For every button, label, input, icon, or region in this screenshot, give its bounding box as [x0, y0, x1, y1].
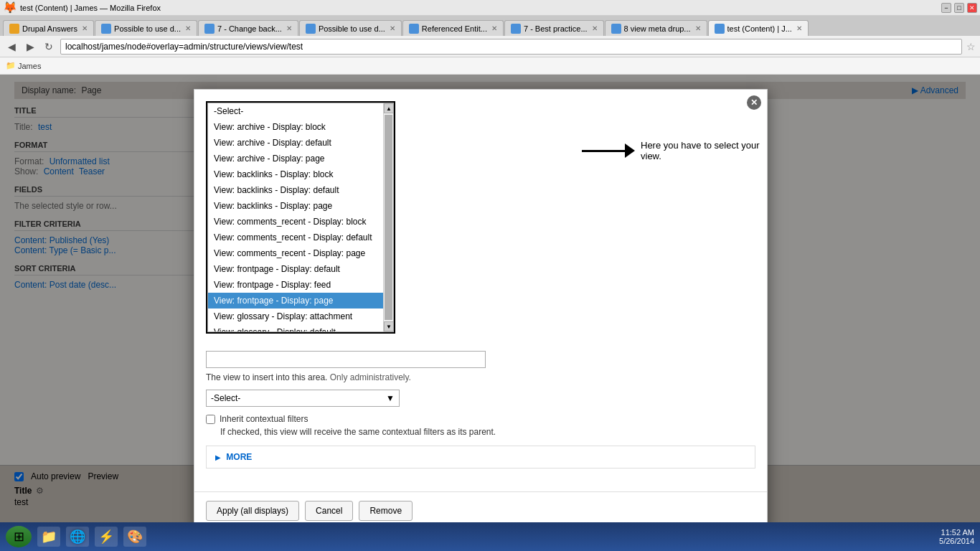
- dropdown-container: ▲ ▼ -Select- View: archive - Display: bl…: [206, 101, 395, 334]
- start-button[interactable]: ⊞: [6, 526, 32, 547]
- title-bar: 🦊 test (Content) | James — Mozilla Firef…: [0, 0, 980, 16]
- contextual-desc: If checked, this view will receive the s…: [220, 427, 755, 437]
- tab-possible1[interactable]: Possible to use d... ✕: [95, 20, 197, 36]
- dropdown-item-3[interactable]: View: archive - Display: page: [208, 151, 383, 166]
- scrollbar: ▲ ▼: [383, 103, 393, 331]
- tab-close-icon[interactable]: ✕: [796, 24, 802, 32]
- more-arrow-icon: ▶: [215, 453, 221, 461]
- second-select-input[interactable]: [206, 351, 486, 368]
- more-label[interactable]: MORE: [226, 452, 252, 462]
- dropdown-item-14[interactable]: View: glossary - Display: default: [208, 324, 383, 332]
- tab-label: test (Content) | J...: [727, 24, 792, 33]
- dropdown-items: -Select- View: archive - Display: block …: [208, 103, 393, 332]
- checkbox-row: Inherit contextual filters: [206, 414, 755, 424]
- view-insert-label: The view to insert into this area. Only …: [206, 372, 755, 382]
- taskbar-filezilla[interactable]: ⚡: [95, 527, 118, 547]
- tab-favicon: [511, 24, 521, 34]
- tab-drupal-answers[interactable]: Drupal Answers ✕: [3, 20, 94, 36]
- bookmark-star-icon[interactable]: ☆: [966, 41, 976, 52]
- dropdown-item-8[interactable]: View: comments_recent - Display: default: [208, 230, 383, 245]
- dialog-close-button[interactable]: ✕: [747, 95, 761, 110]
- folder-icon: 📁: [6, 61, 16, 70]
- address-bar[interactable]: [60, 39, 962, 55]
- tab-label: 7 - Best practice...: [524, 24, 588, 33]
- tab-referenced[interactable]: Referenced Entit... ✕: [402, 20, 504, 36]
- close-icon[interactable]: ✕: [747, 95, 761, 110]
- scrollbar-up-button[interactable]: ▲: [384, 103, 394, 113]
- dropdown-item-4[interactable]: View: backlinks - Display: block: [208, 166, 383, 182]
- minimize-button[interactable]: −: [941, 3, 951, 13]
- dialog-body: ▲ ▼ -Select- View: archive - Display: bl…: [194, 90, 767, 491]
- dropdown-item-10[interactable]: View: frontpage - Display: default: [208, 261, 383, 277]
- taskbar: ⊞ 📁 🌐 ⚡ 🎨 11:52 AM 5/26/2014: [0, 522, 980, 551]
- forward-button[interactable]: ▶: [23, 39, 37, 54]
- main-dialog: ✕ ▲ ▼ -Select- View: archive -: [194, 89, 768, 530]
- dropdown-list: ▲ ▼ -Select- View: archive - Display: bl…: [207, 103, 394, 332]
- tab-close-icon[interactable]: ✕: [592, 24, 598, 32]
- window-title: test (Content) | James — Mozilla Firefox: [20, 4, 161, 12]
- annotation: Here you have to select your view.: [582, 140, 767, 161]
- tab-change-back[interactable]: 7 - Change back... ✕: [198, 20, 298, 36]
- tab-label: Drupal Answers: [22, 24, 77, 33]
- tab-close-icon[interactable]: ✕: [390, 24, 395, 32]
- tab-favicon: [715, 24, 725, 34]
- dropdown-item-2[interactable]: View: archive - Display: default: [208, 135, 383, 151]
- tab-close-icon[interactable]: ✕: [185, 24, 191, 32]
- tab-label: Possible to use d...: [114, 24, 181, 33]
- back-button[interactable]: ◀: [4, 39, 19, 54]
- tab-favicon: [409, 24, 419, 34]
- dropdown-item-6[interactable]: View: backlinks - Display: page: [208, 198, 383, 214]
- checkbox-label: Inherit contextual filters: [220, 414, 308, 424]
- scrollbar-down-button[interactable]: ▼: [384, 321, 394, 331]
- tab-close-icon[interactable]: ✕: [695, 24, 701, 32]
- title-bar-left: 🦊 test (Content) | James — Mozilla Firef…: [3, 1, 161, 14]
- bookmark-james[interactable]: 📁 James: [6, 61, 41, 70]
- cancel-button[interactable]: Cancel: [305, 501, 353, 521]
- dropdown-wrapper: ▲ ▼ -Select- View: archive - Display: bl…: [207, 103, 394, 332]
- tab-close-icon[interactable]: ✕: [491, 24, 497, 32]
- inherit-filters-checkbox[interactable]: [206, 415, 215, 424]
- close-button[interactable]: ✕: [967, 3, 977, 13]
- tab-close-icon[interactable]: ✕: [82, 24, 88, 32]
- dropdown-item-13[interactable]: View: glossary - Display: attachment: [208, 309, 383, 324]
- second-dropdown[interactable]: -Select- ▼: [206, 390, 400, 407]
- tab-test-content[interactable]: test (Content) | J... ✕: [708, 20, 809, 36]
- tab-close-icon[interactable]: ✕: [286, 24, 292, 32]
- remove-button[interactable]: Remove: [359, 501, 413, 521]
- tab-label: Referenced Entit...: [422, 24, 487, 33]
- tab-favicon: [611, 24, 621, 34]
- tab-possible2[interactable]: Possible to use d... ✕: [299, 20, 402, 36]
- dropdown-item-12-selected[interactable]: View: frontpage - Display: page: [208, 293, 383, 309]
- second-select-area: The view to insert into this area. Only …: [206, 351, 755, 382]
- dropdown-item-5[interactable]: View: backlinks - Display: default: [208, 182, 383, 198]
- second-dropdown-value: -Select-: [211, 393, 240, 403]
- more-section: ▶ MORE: [206, 446, 755, 468]
- tab-best-practice[interactable]: 7 - Best practice... ✕: [504, 20, 604, 36]
- tab-label: 8 view meta drup...: [624, 24, 691, 33]
- tab-label: 7 - Change back...: [217, 24, 282, 33]
- tab-favicon: [101, 24, 111, 34]
- tab-view-meta[interactable]: 8 view meta drup... ✕: [605, 20, 707, 36]
- taskbar-chrome[interactable]: 🌐: [66, 527, 89, 547]
- maximize-button[interactable]: □: [954, 3, 964, 13]
- taskbar-file-manager[interactable]: 📁: [37, 527, 60, 547]
- dropdown-arrow-icon: ▼: [386, 393, 395, 403]
- dropdown-item-11[interactable]: View: frontpage - Display: feed: [208, 277, 383, 293]
- dropdown-item-9[interactable]: View: comments_recent - Display: page: [208, 245, 383, 261]
- second-dropdown-row: -Select- ▼: [206, 390, 755, 407]
- arrow-head-icon: [625, 143, 635, 158]
- nav-bar: ◀ ▶ ↻ ☆: [0, 36, 980, 57]
- arrow-container: [582, 143, 635, 158]
- scrollbar-thumb: [385, 115, 392, 320]
- tab-bar: Drupal Answers ✕ Possible to use d... ✕ …: [0, 16, 980, 36]
- dropdown-item-1[interactable]: View: archive - Display: block: [208, 119, 383, 135]
- apply-button[interactable]: Apply (all displays): [206, 501, 299, 521]
- taskbar-clock: 11:52 AM 5/26/2014: [939, 528, 974, 545]
- dropdown-item-7[interactable]: View: comments_recent - Display: block: [208, 214, 383, 230]
- tab-label: Possible to use d...: [319, 24, 385, 33]
- dropdown-item-select[interactable]: -Select-: [208, 103, 383, 119]
- title-bar-controls: − □ ✕: [941, 3, 977, 13]
- tab-favicon: [204, 24, 215, 34]
- refresh-button[interactable]: ↻: [42, 39, 56, 54]
- taskbar-paint[interactable]: 🎨: [123, 527, 146, 547]
